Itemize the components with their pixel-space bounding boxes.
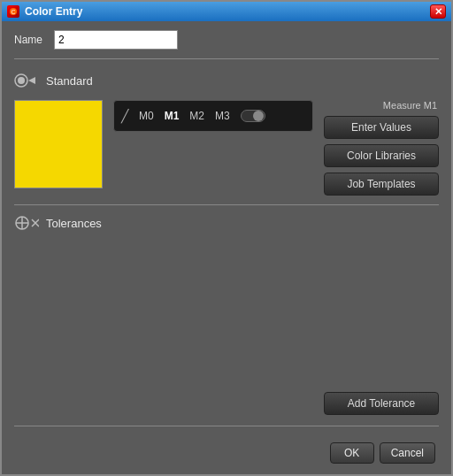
measure-line-icon: ╱	[121, 109, 128, 123]
bottom-row: Add Tolerance	[14, 392, 439, 415]
crosshair-x-icon	[14, 214, 39, 232]
app-icon: C	[7, 5, 19, 18]
job-templates-button[interactable]: Job Templates	[324, 173, 439, 196]
tolerances-label: Tolerances	[46, 217, 102, 230]
tolerances-header: Tolerances	[14, 214, 439, 232]
color-libraries-button[interactable]: Color Libraries	[324, 144, 439, 167]
title-bar: C Color Entry ✕	[2, 2, 451, 21]
measure-tabs-bar: ╱ M0 M1 M2 M3	[113, 100, 313, 132]
tolerances-icon	[14, 214, 39, 232]
measure-label: Measure M1	[324, 100, 439, 111]
middle-panel: ╱ M0 M1 M2 M3	[113, 100, 313, 132]
content-area: Name Standard ╱ M	[2, 21, 451, 474]
standard-icon	[14, 72, 39, 89]
color-swatch[interactable]	[14, 100, 103, 188]
svg-text:C: C	[11, 9, 15, 15]
right-panel: Measure M1 Enter Values Color Libraries …	[324, 100, 439, 196]
tab-m1[interactable]: M1	[161, 108, 183, 124]
tab-m0[interactable]: M0	[135, 108, 157, 124]
arrow-right-icon	[14, 72, 39, 89]
svg-marker-4	[28, 77, 35, 84]
name-row: Name	[14, 30, 439, 50]
main-window: C Color Entry ✕ Name Standard	[0, 0, 453, 476]
main-area: ╱ M0 M1 M2 M3 Measure M1 Enter Values Co…	[14, 100, 439, 196]
footer: OK Cancel	[14, 437, 439, 465]
svg-point-3	[18, 77, 25, 84]
toggle-thumb	[253, 111, 264, 121]
toggle-switch[interactable]	[241, 110, 265, 122]
close-button[interactable]: ✕	[430, 4, 446, 19]
bottom-divider	[14, 426, 439, 426]
add-tolerance-button[interactable]: Add Tolerance	[324, 392, 439, 415]
tab-m2[interactable]: M2	[186, 108, 208, 124]
ok-button[interactable]: OK	[330, 442, 374, 464]
standard-label: Standard	[46, 74, 93, 88]
tolerances-content-area	[14, 237, 439, 385]
divider-2	[14, 204, 439, 205]
tab-m3[interactable]: M3	[211, 108, 234, 124]
tolerances-section: Tolerances	[14, 214, 439, 385]
name-label: Name	[14, 34, 45, 46]
standard-section-header: Standard	[14, 68, 439, 93]
cancel-button[interactable]: Cancel	[380, 442, 435, 464]
window-title: Color Entry	[25, 5, 82, 18]
title-bar-left: C Color Entry	[7, 5, 82, 18]
divider-1	[14, 58, 439, 59]
enter-values-button[interactable]: Enter Values	[324, 116, 439, 139]
name-input[interactable]	[54, 30, 178, 50]
